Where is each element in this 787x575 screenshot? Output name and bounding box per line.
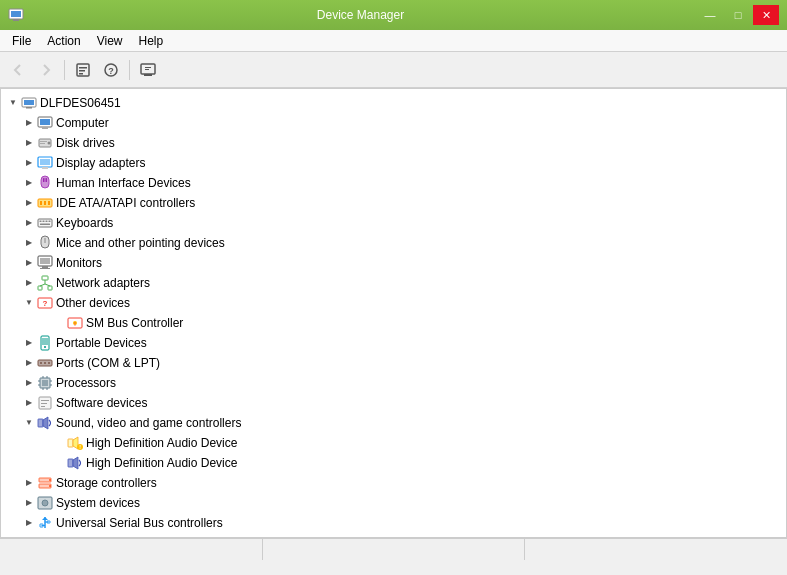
- software-toggle[interactable]: [21, 395, 37, 411]
- other-toggle[interactable]: [21, 295, 37, 311]
- menu-file[interactable]: File: [4, 32, 39, 50]
- computer-label: Computer: [56, 114, 109, 132]
- sound-toggle[interactable]: [21, 415, 37, 431]
- status-section-1: [0, 539, 263, 560]
- display-toggle[interactable]: [21, 155, 37, 171]
- tree-item-mice[interactable]: Mice and other pointing devices: [1, 233, 786, 253]
- svg-rect-36: [46, 221, 48, 223]
- ide-toggle[interactable]: [21, 195, 37, 211]
- tree-item-sound[interactable]: Sound, video and game controllers: [1, 413, 786, 433]
- svg-rect-77: [38, 419, 43, 427]
- root-toggle[interactable]: [5, 95, 21, 111]
- svg-rect-32: [48, 201, 50, 205]
- usb-icon: [37, 515, 53, 531]
- sound-label: Sound, video and game controllers: [56, 414, 241, 432]
- svg-rect-43: [42, 266, 48, 268]
- window-controls: — □ ✕: [697, 5, 779, 25]
- tree-root[interactable]: DLFDES06451: [1, 93, 786, 113]
- svg-point-20: [48, 142, 51, 145]
- svg-rect-15: [26, 107, 32, 109]
- tree-item-usb[interactable]: Universal Serial Bus controllers: [1, 513, 786, 533]
- portable-toggle[interactable]: [21, 335, 37, 351]
- status-bar: [0, 538, 787, 560]
- processors-label: Processors: [56, 374, 116, 392]
- menu-action[interactable]: Action: [39, 32, 88, 50]
- svg-point-60: [40, 362, 42, 364]
- tree-item-audio2[interactable]: High Definition Audio Device: [1, 453, 786, 473]
- device-tree[interactable]: DLFDES06451 Computer Disk drives Display…: [0, 88, 787, 538]
- svg-rect-25: [42, 167, 48, 169]
- svg-rect-31: [44, 201, 46, 205]
- hid-toggle[interactable]: [21, 175, 37, 191]
- tree-item-ports[interactable]: Ports (COM & LPT): [1, 353, 786, 373]
- mice-toggle[interactable]: [21, 235, 37, 251]
- svg-rect-34: [40, 221, 42, 223]
- svg-rect-28: [46, 178, 48, 182]
- other-label: Other devices: [56, 294, 130, 312]
- svg-rect-57: [42, 338, 48, 345]
- svg-rect-46: [38, 286, 42, 290]
- tree-item-other[interactable]: ? Other devices: [1, 293, 786, 313]
- ports-toggle[interactable]: [21, 355, 37, 371]
- tree-item-keyboards[interactable]: Keyboards: [1, 213, 786, 233]
- help-button[interactable]: ?: [99, 58, 123, 82]
- system-toggle[interactable]: [21, 495, 37, 511]
- tree-item-display[interactable]: Display adapters: [1, 153, 786, 173]
- tree-item-storage[interactable]: Storage controllers: [1, 473, 786, 493]
- tree-item-processors[interactable]: Processors: [1, 373, 786, 393]
- minimize-button[interactable]: —: [697, 5, 723, 25]
- computer-toggle[interactable]: [21, 115, 37, 131]
- close-button[interactable]: ✕: [753, 5, 779, 25]
- ports-label: Ports (COM & LPT): [56, 354, 160, 372]
- toolbar-sep-1: [64, 60, 65, 80]
- system-label: System devices: [56, 494, 140, 512]
- tree-item-network[interactable]: Network adapters: [1, 273, 786, 293]
- svg-rect-10: [144, 74, 152, 76]
- tree-item-monitors[interactable]: Monitors: [1, 253, 786, 273]
- ports-icon: [37, 355, 53, 371]
- svg-rect-2: [13, 19, 19, 21]
- forward-button[interactable]: [34, 58, 58, 82]
- svg-rect-74: [41, 400, 49, 401]
- svg-rect-42: [40, 258, 50, 264]
- audio2-icon: [67, 455, 83, 471]
- tree-item-diskdrives[interactable]: Disk drives: [1, 133, 786, 153]
- back-button[interactable]: [6, 58, 30, 82]
- tree-item-portable[interactable]: Portable Devices: [1, 333, 786, 353]
- tree-item-smbus[interactable]: ! SM Bus Controller: [1, 313, 786, 333]
- menu-view[interactable]: View: [89, 32, 131, 50]
- svg-point-87: [42, 500, 48, 506]
- properties-button[interactable]: [71, 58, 95, 82]
- storage-toggle[interactable]: [21, 475, 37, 491]
- display-icon: [37, 155, 53, 171]
- menu-help[interactable]: Help: [131, 32, 172, 50]
- tree-item-computer[interactable]: Computer: [1, 113, 786, 133]
- console-button[interactable]: [136, 58, 160, 82]
- keyboards-label: Keyboards: [56, 214, 113, 232]
- toolbar-sep-2: [129, 60, 130, 80]
- smbus-icon: !: [67, 315, 83, 331]
- software-label: Software devices: [56, 394, 147, 412]
- monitors-toggle[interactable]: [21, 255, 37, 271]
- processors-toggle[interactable]: [21, 375, 37, 391]
- svg-rect-14: [24, 100, 34, 105]
- tree-item-system[interactable]: System devices: [1, 493, 786, 513]
- tree-item-ide[interactable]: IDE ATA/ATAPI controllers: [1, 193, 786, 213]
- maximize-button[interactable]: □: [725, 5, 751, 25]
- network-toggle[interactable]: [21, 275, 37, 291]
- svg-rect-24: [40, 159, 50, 165]
- svg-point-84: [49, 479, 51, 481]
- diskdrives-label: Disk drives: [56, 134, 115, 152]
- other-icon: ?: [37, 295, 53, 311]
- keyboards-toggle[interactable]: [21, 215, 37, 231]
- svg-rect-1: [11, 11, 21, 17]
- menu-bar: File Action View Help: [0, 30, 787, 52]
- tree-item-software[interactable]: Software devices: [1, 393, 786, 413]
- tree-item-hid[interactable]: Human Interface Devices: [1, 173, 786, 193]
- svg-rect-6: [79, 73, 83, 75]
- tree-item-audio1[interactable]: ! High Definition Audio Device: [1, 433, 786, 453]
- title-bar: Device Manager — □ ✕: [0, 0, 787, 30]
- usb-toggle[interactable]: [21, 515, 37, 531]
- diskdrives-toggle[interactable]: [21, 135, 37, 151]
- monitors-label: Monitors: [56, 254, 102, 272]
